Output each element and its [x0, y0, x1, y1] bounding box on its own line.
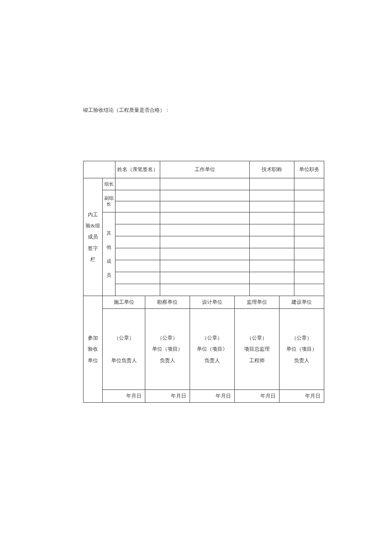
person-design-1: 单位（项目》 — [197, 346, 228, 352]
seal-text: （公章） — [157, 335, 178, 341]
row-leader: 内工验&组成员签字栏 组长 — [84, 178, 324, 190]
others-char: 员 — [107, 273, 111, 278]
date-build: 年月日 — [280, 390, 324, 403]
cell — [160, 260, 250, 272]
date-design: 年月日 — [190, 390, 235, 403]
person-supervision-1: 项目总监理 — [244, 346, 270, 352]
seal-design: （公章） 单位（项目》 负责人 — [190, 309, 235, 390]
unit-supervision: 监理单位 — [235, 296, 280, 309]
cell — [115, 236, 160, 248]
header-workunit: 工作单位 — [160, 161, 250, 178]
cell — [250, 248, 294, 260]
seal-text: （公章） — [202, 335, 222, 341]
seal-construction: （公章） 单位负责人 — [103, 309, 145, 390]
unit-design: 设计单位 — [190, 296, 235, 309]
header-name: 姓名（亲笔签名） — [115, 161, 160, 178]
cell — [115, 224, 160, 236]
date-survey: 年月日 — [145, 390, 190, 403]
cell — [294, 260, 324, 272]
header-row: 姓名（亲笔签名） 工作单位 技术职称 单位职务 — [84, 161, 324, 178]
cell — [115, 248, 160, 260]
cell — [160, 190, 250, 201]
cell — [250, 224, 294, 236]
person-build-1: 单位（项目） — [286, 346, 317, 352]
row-other-1: 其 他 成 员 — [84, 212, 324, 224]
person-build-2: 负责人 — [294, 357, 309, 363]
row-other-6 — [84, 272, 324, 284]
row-other-4 — [84, 248, 324, 260]
seal-build: （公章） 单位（项目） 负责人 — [280, 309, 324, 390]
cell — [294, 284, 324, 296]
date-row: 年月日 年月日 年月日 年月日 年月日 — [84, 390, 324, 403]
units-header-row: 参加验收单位 施工单位 勘察单位 设计单位 监理单位 建设单位 — [84, 296, 324, 309]
cell — [250, 284, 294, 296]
person-survey-2: 负责人 — [160, 357, 175, 363]
cell — [250, 190, 294, 201]
header-position: 单位职务 — [294, 161, 324, 178]
seal-row: （公章） 单位负责人 （公章） 单位（项目） 负责人 （公章） 单位（项目》 负… — [84, 309, 324, 390]
cell — [115, 212, 160, 224]
row-other-5 — [84, 260, 324, 272]
cell — [294, 224, 324, 236]
role-deputy-text: 副组长 — [104, 195, 114, 206]
cell — [250, 201, 294, 212]
others-char: 成 — [107, 259, 111, 264]
cell — [250, 272, 294, 284]
conclusion-title: 竣工验收结论（工程质量是否合格）： — [83, 107, 309, 114]
unit-build: 建设单位 — [280, 296, 324, 309]
header-blank — [84, 161, 115, 178]
units-section-label: 参加验收单位 — [84, 296, 103, 403]
role-leader: 组长 — [103, 178, 115, 190]
cell — [115, 272, 160, 284]
members-label: 内工验&组成员签字栏 — [84, 178, 103, 296]
person-construction: 单位负责人 — [111, 357, 137, 363]
cell — [294, 178, 324, 190]
person-survey-1: 单位（项目） — [152, 346, 183, 352]
date-construction: 年月日 — [103, 390, 145, 403]
cell — [160, 236, 250, 248]
cell — [250, 178, 294, 190]
cell — [160, 201, 250, 212]
row-other-2 — [84, 224, 324, 236]
others-char: 其 — [107, 230, 111, 235]
cell — [250, 236, 294, 248]
cell — [294, 248, 324, 260]
date-supervision: 年月日 — [235, 390, 280, 403]
row-deputy-1: 副组长 — [84, 190, 324, 201]
cell — [160, 178, 250, 190]
role-deputy: 副组长 — [103, 190, 115, 212]
header-techtitle: 技术职称 — [250, 161, 294, 178]
cell — [250, 212, 294, 224]
seal-text: （公章） — [247, 335, 267, 341]
acceptance-form-table: 姓名（亲笔签名） 工作单位 技术职称 单位职务 内工验&组成员签字栏 组长 副组… — [83, 161, 324, 403]
unit-construction: 施工单位 — [103, 296, 145, 309]
units-section-label-text: 参加验收单位 — [88, 335, 98, 363]
person-supervision-2: 工程师 — [249, 357, 265, 363]
seal-text: （公章） — [291, 335, 312, 341]
seal-supervision: （公章） 项目总监理 工程师 — [235, 309, 280, 390]
seal-survey: （公章） 单位（项目） 负责人 — [145, 309, 190, 390]
row-other-7 — [84, 284, 324, 296]
cell — [115, 190, 160, 201]
cell — [160, 248, 250, 260]
cell — [160, 224, 250, 236]
cell — [294, 201, 324, 212]
cell — [115, 178, 160, 190]
cell — [160, 212, 250, 224]
role-others: 其 他 成 员 — [103, 212, 115, 296]
seal-text: （公章） — [114, 335, 134, 341]
cell — [250, 260, 294, 272]
others-char: 他 — [107, 244, 111, 250]
cell — [160, 272, 250, 284]
cell — [294, 272, 324, 284]
cell — [115, 201, 160, 212]
cell — [160, 284, 250, 296]
unit-survey: 勘察单位 — [145, 296, 190, 309]
person-design-2: 负责人 — [205, 357, 220, 363]
cell — [294, 190, 324, 201]
row-other-3 — [84, 236, 324, 248]
cell — [294, 236, 324, 248]
row-deputy-2 — [84, 201, 324, 212]
cell — [294, 212, 324, 224]
cell — [115, 284, 160, 296]
